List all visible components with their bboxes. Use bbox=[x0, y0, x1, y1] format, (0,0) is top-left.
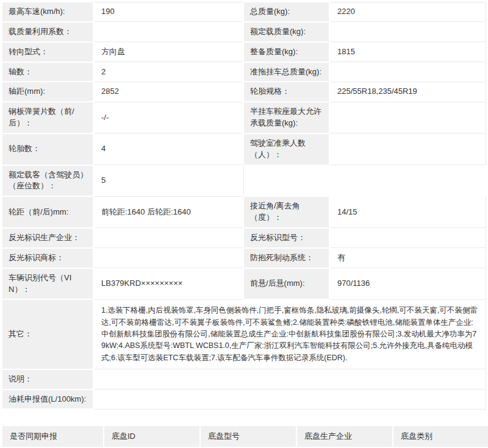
spec-label-saddle-load: 半挂车鞍座最大允许承载质量(kg): bbox=[243, 102, 329, 133]
spec-label-steering-type: 转向型式： bbox=[2, 42, 93, 62]
table-row: 轮距（前/后)mm: 前轮距:1640 后轮距:1640 接近角/离去角（度）：… bbox=[2, 196, 486, 228]
spec-value-steering-type: 方向盘 bbox=[93, 42, 243, 62]
table-row: 额定载客（含驾驶员）（座位数）： 5 bbox=[2, 165, 486, 197]
spec-value-seating-capacity: 5 bbox=[93, 165, 243, 197]
spec-value-curb-weight: 1815 bbox=[329, 42, 486, 62]
chassis-header-manufacturer: 底盘生产企业 bbox=[296, 425, 393, 447]
spec-value-approach-angle: 14/15 bbox=[329, 196, 486, 228]
chassis-header-same-period: 是否同期申报 bbox=[2, 425, 104, 447]
spec-label-wheelbase: 轴距(mm): bbox=[2, 82, 93, 102]
table-row: 载质量利用系数： 额定载质量(kg): bbox=[2, 22, 486, 42]
spec-value-total-mass: 2220 bbox=[329, 2, 486, 22]
table-row: 反光标识生产企业： 反光标识型号： bbox=[2, 228, 486, 248]
spec-value-rated-load bbox=[329, 22, 486, 42]
vehicle-spec-table: 最高车速(km/h): 190 总质量(kg): 2220 载质量利用系数： 额… bbox=[1, 1, 486, 410]
spec-value-leaf-springs: -/- bbox=[93, 102, 243, 133]
spec-value-vin: LB379KRD××××××××× bbox=[93, 268, 243, 300]
table-row: 反光标识商标： 防抱死制动系统： 有 bbox=[2, 248, 486, 268]
spec-value-load-utilization bbox=[93, 22, 243, 42]
spec-value-reflector-brand bbox=[93, 248, 243, 268]
spec-value-tire-spec: 225/55R18,235/45R19 bbox=[329, 82, 486, 102]
table-row: 转向型式： 方向盘 整备质量(kg): 1815 bbox=[2, 42, 486, 62]
spec-label-load-utilization: 载质量利用系数： bbox=[2, 22, 93, 42]
chassis-header-row: 是否同期申报 底盘ID 底盘型号 底盘生产企业 底盘类别 bbox=[2, 425, 488, 447]
chassis-header-id: 底盘ID bbox=[104, 425, 200, 447]
spec-label-seating-capacity: 额定载客（含驾驶员）（座位数）： bbox=[2, 165, 93, 197]
spec-label-rated-load: 额定载质量(kg): bbox=[243, 22, 329, 42]
spec-value-tire-count: 4 bbox=[93, 133, 243, 165]
spec-value-abs: 有 bbox=[329, 248, 486, 268]
spec-value-reflector-manufacturer bbox=[93, 228, 243, 248]
chassis-header-category: 底盘类别 bbox=[393, 425, 488, 447]
chassis-table: 是否同期申报 底盘ID 底盘型号 底盘生产企业 底盘类别 承载式车身 bbox=[1, 425, 488, 448]
table-row: 钢板弹簧片数（前/后）： -/- 半挂车鞍座最大允许承载质量(kg): bbox=[2, 102, 486, 133]
spec-label-other: 其它： bbox=[2, 299, 93, 369]
table-row: 轴距(mm): 2852 轮胎规格： 225/55R18,235/45R19 bbox=[2, 82, 486, 102]
spec-value-saddle-load bbox=[329, 102, 486, 133]
page: 最高车速(km/h): 190 总质量(kg): 2220 载质量利用系数： 额… bbox=[0, 0, 488, 448]
spec-value-cab-passengers bbox=[329, 133, 486, 165]
spec-label-reflector-manufacturer: 反光标识生产企业： bbox=[2, 228, 93, 248]
spec-value-other: 1.选装下格栅,内后视装饰罩,车身同色侧装饰件,门把手,窗框饰条,隐私玻璃,前摄… bbox=[93, 299, 486, 369]
chassis-header-model: 底盘型号 bbox=[200, 425, 296, 447]
spec-label-reflector-model: 反光标识型号： bbox=[243, 228, 329, 248]
spec-label-trailer-mass: 准拖挂车总质量(kg): bbox=[243, 62, 329, 82]
table-row: 轴数： 2 准拖挂车总质量(kg): bbox=[2, 62, 486, 82]
table-row: 最高车速(km/h): 190 总质量(kg): 2220 bbox=[2, 2, 486, 22]
spec-value-trailer-mass bbox=[329, 62, 486, 82]
spec-value-axle-count: 2 bbox=[93, 62, 243, 82]
spec-label-remarks: 说明： bbox=[2, 369, 93, 389]
spec-label-track-width: 轮距（前/后)mm: bbox=[2, 196, 93, 228]
spec-value-max-speed: 190 bbox=[93, 2, 243, 22]
spec-label-fuel-declared: 油耗申报值(L/100km): bbox=[2, 389, 93, 410]
spec-label-tire-count: 轮胎数： bbox=[2, 133, 93, 165]
spec-value-remarks bbox=[93, 369, 486, 389]
table-row: 油耗申报值(L/100km): bbox=[2, 389, 486, 410]
table-row: 说明： bbox=[2, 369, 486, 389]
spec-label-max-speed: 最高车速(km/h): bbox=[2, 2, 93, 22]
spec-label-abs: 防抱死制动系统： bbox=[243, 248, 329, 268]
spec-value-track-width: 前轮距:1640 后轮距:1640 bbox=[93, 196, 243, 228]
spec-label-leaf-springs: 钢板弹簧片数（前/后）： bbox=[2, 102, 93, 133]
spec-label-total-mass: 总质量(kg): bbox=[243, 2, 329, 22]
spec-label-curb-weight: 整备质量(kg): bbox=[243, 42, 329, 62]
spec-value-reflector-model bbox=[329, 228, 486, 248]
spec-value-wheelbase: 2852 bbox=[93, 82, 243, 102]
spec-label-reflector-brand: 反光标识商标： bbox=[2, 248, 93, 268]
spec-label-approach-angle: 接近角/离去角（度）： bbox=[243, 196, 329, 228]
spec-label-vin: 车辆识别代号（VIN）： bbox=[2, 268, 93, 300]
table-row: 轮胎数： 4 驾驶室准乘人数（人）： bbox=[2, 133, 486, 165]
spec-label-cab-passengers: 驾驶室准乘人数（人）： bbox=[243, 133, 329, 165]
table-row: 车辆识别代号（VIN）： LB379KRD××××××××× 前悬/后悬(mm)… bbox=[2, 268, 486, 300]
spec-empty-cell bbox=[243, 165, 486, 197]
section-gap bbox=[1, 410, 486, 425]
spec-label-tire-spec: 轮胎规格： bbox=[243, 82, 329, 102]
spec-value-overhang: 970/1136 bbox=[329, 268, 486, 300]
spec-label-overhang: 前悬/后悬(mm): bbox=[243, 268, 329, 300]
spec-value-fuel-declared bbox=[93, 389, 486, 410]
table-row: 其它： 1.选装下格栅,内后视装饰罩,车身同色侧装饰件,门把手,窗框饰条,隐私玻… bbox=[2, 299, 486, 369]
spec-label-axle-count: 轴数： bbox=[2, 62, 93, 82]
